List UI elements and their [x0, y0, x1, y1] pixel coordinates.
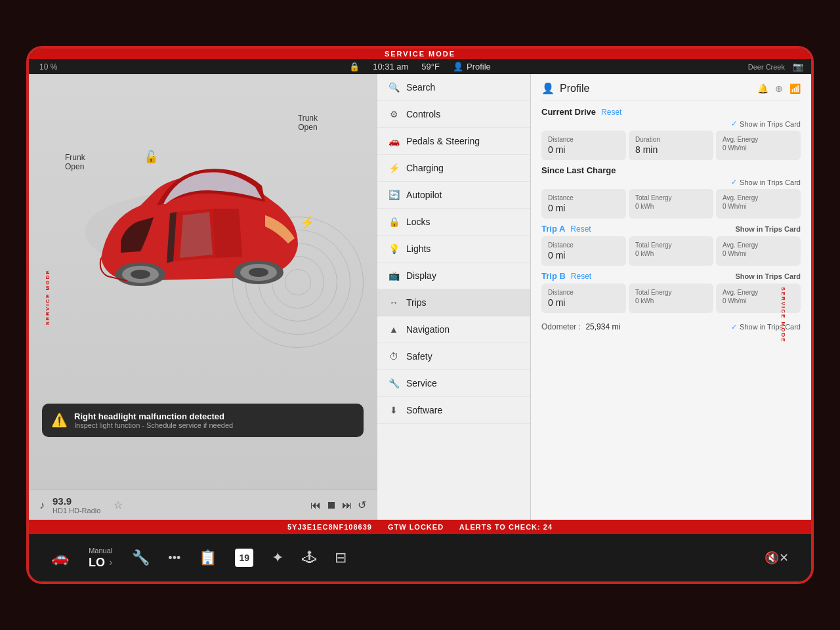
odometer-check: ✓	[731, 323, 737, 331]
current-drive-show-trips: Show in Trips Card	[740, 120, 801, 128]
media-controls: ⏮ ⏹ ⏭ ↺	[310, 499, 366, 511]
current-drive-duration: Duration 8 min	[629, 131, 713, 160]
source-button[interactable]: ↺	[358, 499, 366, 511]
menu-item-safety[interactable]: ⏱ Safety	[377, 343, 530, 370]
volume-icon: 🔇✕	[765, 551, 789, 565]
taskbar-notes-button[interactable]: 📋	[190, 549, 226, 566]
menu-item-lights[interactable]: 💡 Lights	[377, 236, 530, 262]
alert-warning-icon: ⚠️	[51, 412, 68, 428]
car-area: Trunk Open 🔓 Frunk Open ⚡	[29, 74, 377, 490]
car-image	[62, 100, 311, 310]
trip-a-avg-energy: Avg. Energy 0 Wh/mi	[716, 236, 801, 266]
profile-person-icon: 👤	[541, 82, 555, 94]
since-last-charge-header: Since Last Charge	[541, 165, 801, 175]
left-panel: SERVICE MODE Trunk Open 🔓	[29, 74, 377, 520]
menu-item-trips[interactable]: ↔ Trips	[377, 289, 530, 316]
taskbar-menu2-button[interactable]: ⊟	[326, 549, 356, 566]
menu-label-display: Display	[406, 270, 436, 281]
taskbar-more-button[interactable]: •••	[159, 551, 190, 565]
taskbar-volume-button[interactable]: 🔇✕	[755, 551, 798, 565]
taskbar-car-button[interactable]: 🚗	[42, 549, 78, 566]
location-display: Deer Creek	[748, 63, 785, 71]
joystick-taskbar-icon: 🕹	[302, 549, 316, 566]
bell-icon: 🔔	[757, 83, 768, 94]
trip-b-header: Trip B Reset Show in Trips Card	[541, 271, 801, 281]
profile-header: 👤 Profile 🔔 ⊕ 📶	[541, 82, 801, 100]
odometer-label: Odometer : 25,934 mi	[541, 322, 620, 331]
lights-icon: 💡	[388, 243, 400, 254]
odometer-show-trips: Show in Trips Card	[740, 323, 801, 331]
odometer-row: Odometer : 25,934 mi ✓ Show in Trips Car…	[541, 318, 801, 335]
wifi-icon: 📶	[789, 83, 801, 94]
trip-a-stats: Distance 0 mi Total Energy 0 kWh Avg. En…	[541, 236, 801, 266]
menu-item-service[interactable]: 🔧 Service	[377, 370, 530, 397]
menu-panel: 🔍 Search ⚙ Controls 🚗 Pedals & Steering …	[377, 74, 531, 520]
menu-item-software[interactable]: ⬇ Software	[377, 397, 530, 424]
search-icon: 🔍	[388, 82, 400, 93]
charging-icon: ⚡	[388, 163, 400, 173]
autopilot-icon: 🔄	[388, 190, 400, 200]
taskbar: 🚗 Manual LO › 🔧 ••• 📋 19 ✦ 🕹 ⊟	[29, 534, 811, 581]
trip-b-stats: Distance 0 mi Total Energy 0 kWh Avg. En…	[541, 284, 801, 313]
svg-point-3	[131, 270, 150, 279]
media-station: 93.9	[52, 495, 100, 507]
menu-item-controls[interactable]: ⚙ Controls	[377, 101, 530, 128]
fan-label: Manual	[89, 547, 112, 555]
bluetooth-icon: ⊕	[775, 83, 783, 94]
since-charge-show-trips: Show in Trips Card	[740, 178, 801, 186]
safety-icon: ⏱	[388, 351, 400, 362]
menu2-taskbar-icon: ⊟	[335, 549, 346, 566]
service-mode-side-right: SERVICE MODE	[780, 287, 786, 343]
time-display: 10:31 am	[373, 62, 408, 72]
current-drive-reset-button[interactable]: Reset	[601, 108, 621, 117]
next-track-button[interactable]: ⏭	[342, 499, 352, 511]
more-taskbar-icon: •••	[168, 551, 180, 565]
current-drive-header: Current Drive Reset	[541, 107, 801, 117]
menu-item-locks[interactable]: 🔒 Locks	[377, 209, 530, 236]
taskbar-app-button[interactable]: ✦	[262, 549, 293, 566]
menu-label-charging: Charging	[406, 163, 444, 173]
menu-item-search[interactable]: 🔍 Search	[377, 74, 530, 101]
menu-item-charging[interactable]: ⚡ Charging	[377, 155, 530, 182]
star-icon[interactable]: ☆	[114, 499, 123, 511]
taskbar-wrench-button[interactable]: 🔧	[123, 549, 159, 566]
controls-icon: ⚙	[388, 109, 400, 119]
fan-control[interactable]: Manual LO ›	[78, 547, 123, 570]
stop-button[interactable]: ⏹	[326, 499, 337, 511]
menu-label-software: Software	[406, 405, 442, 415]
odometer-value: 25,934 mi	[585, 322, 620, 331]
trip-b-show-trips: Show in Trips Card	[735, 272, 801, 280]
taskbar-calendar-button[interactable]: 19	[226, 549, 262, 567]
menu-item-navigation[interactable]: ▲ Navigation	[377, 316, 530, 343]
menu-item-autopilot[interactable]: 🔄 Autopilot	[377, 182, 530, 209]
current-drive-stats: Distance 0 mi Duration 8 min Avg. Energy…	[541, 131, 801, 160]
trip-a-distance: Distance 0 mi	[541, 236, 626, 266]
menu-label-controls: Controls	[406, 109, 440, 119]
lock-icon: 🔒	[349, 62, 360, 72]
trip-b-reset-button[interactable]: Reset	[571, 272, 591, 281]
taskbar-joystick-button[interactable]: 🕹	[293, 549, 326, 566]
prev-track-button[interactable]: ⏮	[310, 499, 321, 511]
since-charge-avg-energy: Avg. Energy 0 Wh/mi	[716, 189, 801, 219]
menu-item-display[interactable]: 📺 Display	[377, 262, 530, 289]
menu-label-safety: Safety	[406, 351, 432, 362]
right-panel: 👤 Profile 🔔 ⊕ 📶 Current Drive Reset ✓ Sh…	[531, 74, 811, 520]
current-drive-check: ✓	[731, 119, 737, 128]
menu-item-pedals[interactable]: 🚗 Pedals & Steering	[377, 128, 530, 155]
current-drive-distance: Distance 0 mi	[541, 131, 626, 160]
profile-button[interactable]: 👤 Profile	[453, 62, 491, 72]
car-taskbar-icon: 🚗	[51, 549, 69, 566]
fan-chevron-icon: ›	[109, 556, 112, 568]
trip-b-total-energy: Total Energy 0 kWh	[629, 284, 713, 313]
since-charge-stats: Distance 0 mi Total Energy 0 kWh Avg. En…	[541, 189, 801, 219]
service-bar-bottom: 5YJ3E1EC8NF108639 GTW LOCKED ALERTS TO C…	[29, 520, 811, 534]
music-icon: ♪	[39, 499, 45, 511]
main-content: SERVICE MODE Trunk Open 🔓	[29, 74, 811, 520]
display-icon: 📺	[388, 270, 400, 281]
menu-label-pedals: Pedals & Steering	[406, 136, 480, 146]
trip-a-reset-button[interactable]: Reset	[570, 224, 591, 234]
software-icon: ⬇	[388, 405, 400, 415]
service-mode-banner-top: SERVICE MODE	[29, 49, 811, 59]
media-sub: HD1 HD-Radio	[52, 507, 100, 514]
trip-b-distance: Distance 0 mi	[541, 284, 626, 313]
